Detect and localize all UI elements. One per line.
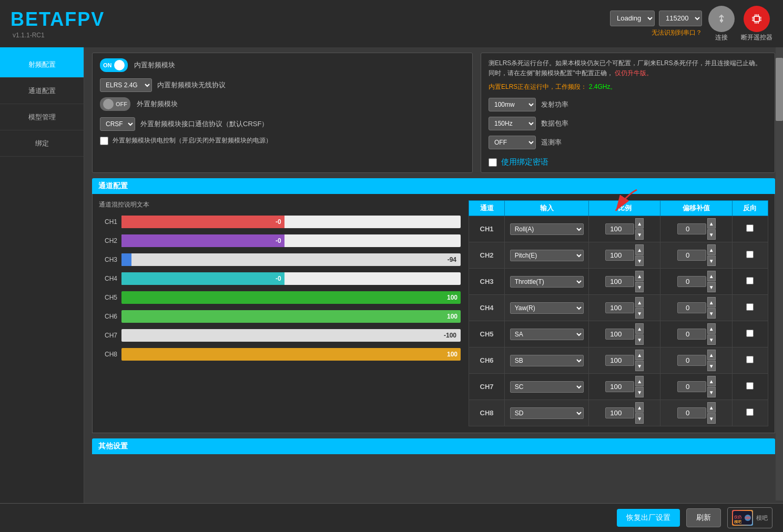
ratio-up-2[interactable]: ▲ (635, 244, 644, 255)
ratio-dn-6[interactable]: ▼ (635, 361, 644, 371)
reverse-checkbox-7[interactable] (746, 382, 754, 390)
offset-up-4[interactable]: ▲ (707, 297, 716, 308)
ratio-dn-2[interactable]: ▼ (635, 255, 644, 266)
sidebar-item-channel-label: 通道配置 (28, 86, 56, 96)
ratio-input-2[interactable] (605, 250, 634, 261)
ratio-up-5[interactable]: ▲ (635, 323, 644, 334)
reverse-checkbox-1[interactable] (746, 224, 754, 232)
offset-dn-2[interactable]: ▼ (707, 255, 716, 266)
outer-protocol-select[interactable]: CRSF SBUS (100, 117, 135, 131)
ratio-dn-1[interactable]: ▼ (635, 229, 644, 240)
ratio-up-6[interactable]: ▲ (635, 350, 644, 360)
input-select-8[interactable]: Roll(A)Pitch(E)Throttle(T)Yaw(R)SASBSCSD… (510, 407, 584, 419)
offset-input-5[interactable] (677, 329, 706, 340)
reverse-checkbox-3[interactable] (746, 277, 754, 284)
restore-factory-button[interactable]: 恢复出厂设置 (617, 509, 680, 527)
telemetry-select[interactable]: OFF 1/2 1/4 1/8 (489, 136, 536, 149)
ratio-up-4[interactable]: ▲ (635, 297, 644, 308)
ratio-up-3[interactable]: ▲ (635, 271, 644, 281)
reverse-checkbox-8[interactable] (746, 408, 754, 416)
offset-input-6[interactable] (677, 355, 706, 366)
table-offset-4: ▲▼ (660, 295, 732, 321)
refresh-button[interactable]: 刷新 (686, 508, 721, 527)
outer-power-checkbox[interactable] (100, 137, 108, 145)
port-warning[interactable]: 无法识别到串口？ (652, 28, 702, 37)
ratio-up-8[interactable]: ▲ (635, 402, 644, 413)
sidebar-item-bind[interactable]: 绑定 (0, 130, 84, 157)
reverse-checkbox-6[interactable] (746, 356, 754, 363)
left-panel: ON 内置射频模块 ELRS 2.4G ELRS 900M 内置射频模块无线协议 (92, 53, 473, 173)
offset-dn-8[interactable]: ▼ (707, 413, 716, 424)
offset-dn-5[interactable]: ▼ (707, 334, 716, 345)
sidebar-item-rf[interactable]: 射频配置 (0, 52, 84, 78)
offset-up-1[interactable]: ▲ (707, 218, 716, 229)
inner-rf-toggle-knob (114, 60, 125, 70)
table-row: CH8Roll(A)Pitch(E)Throttle(T)Yaw(R)SASBS… (469, 400, 768, 426)
offset-up-2[interactable]: ▲ (707, 244, 716, 255)
ch7-bar-row: CH7 -100 (99, 328, 461, 343)
ratio-input-8[interactable] (605, 407, 634, 418)
ratio-dn-8[interactable]: ▼ (635, 413, 644, 424)
offset-up-8[interactable]: ▲ (707, 402, 716, 413)
sidebar-item-channel[interactable]: 通道配置 (0, 78, 84, 104)
table-ratio-6: ▲▼ (589, 347, 660, 374)
ratio-dn-5[interactable]: ▼ (635, 334, 644, 345)
table-ratio-5: ▲▼ (589, 321, 660, 347)
offset-input-2[interactable] (677, 250, 706, 261)
ratio-up-7[interactable]: ▲ (635, 376, 644, 386)
ratio-input-6[interactable] (605, 355, 634, 366)
reverse-checkbox-5[interactable] (746, 330, 754, 337)
input-select-3[interactable]: Roll(A)Pitch(E)Throttle(T)Yaw(R)SASBSCSD… (510, 276, 584, 288)
reverse-checkbox-2[interactable] (746, 251, 754, 258)
offset-input-3[interactable] (677, 276, 706, 287)
connect-button[interactable]: 连接 (708, 6, 735, 42)
offset-dn-7[interactable]: ▼ (707, 387, 716, 397)
bind-code-checkbox[interactable] (489, 158, 497, 167)
baud-select[interactable]: 115200 57600 38400 (659, 11, 702, 26)
offset-input-4[interactable] (677, 302, 706, 313)
input-select-1[interactable]: Roll(A)Pitch(E)Throttle(T)Yaw(R)SASBSCSD… (510, 223, 584, 235)
reverse-checkbox-4[interactable] (746, 303, 754, 311)
offset-up-7[interactable]: ▲ (707, 376, 716, 386)
table-input-3: Roll(A)Pitch(E)Throttle(T)Yaw(R)SASBSCSD… (505, 269, 589, 295)
input-select-4[interactable]: Roll(A)Pitch(E)Throttle(T)Yaw(R)SASBSCSD… (510, 302, 584, 314)
inner-rf-toggle[interactable]: ON (100, 58, 128, 72)
ch8-bar-label: CH8 (99, 351, 117, 358)
disconnect-button[interactable]: 断开遥控器 (741, 6, 772, 42)
port-select[interactable]: Loading COM3 COM4 (610, 11, 655, 26)
offset-dn-1[interactable]: ▼ (707, 229, 716, 240)
offset-input-1[interactable] (677, 223, 706, 234)
scrollbar-thumb[interactable] (776, 58, 783, 121)
ratio-input-1[interactable] (605, 223, 634, 234)
warning-link[interactable]: 仅仍升牛版。 (615, 69, 653, 77)
ratio-input-3[interactable] (605, 276, 634, 287)
ratio-dn-4[interactable]: ▼ (635, 308, 644, 319)
offset-input-7[interactable] (677, 381, 706, 392)
ratio-input-4[interactable] (605, 302, 634, 313)
ratio-input-7[interactable] (605, 381, 634, 392)
offset-dn-3[interactable]: ▼ (707, 282, 716, 292)
community-button[interactable]: 仅仍 模吧 模吧 (727, 507, 772, 528)
input-select-7[interactable]: Roll(A)Pitch(E)Throttle(T)Yaw(R)SASBSCSD… (510, 381, 584, 393)
table-reverse-6 (732, 347, 768, 374)
ratio-dn-7[interactable]: ▼ (635, 387, 644, 397)
input-select-5[interactable]: Roll(A)Pitch(E)Throttle(T)Yaw(R)SASBSCSD… (510, 329, 584, 340)
ch8-bar-row: CH8 100 (99, 347, 461, 362)
offset-up-3[interactable]: ▲ (707, 271, 716, 281)
offset-dn-6[interactable]: ▼ (707, 361, 716, 371)
data-rate-select[interactable]: 150Hz 50Hz 250Hz (489, 117, 536, 130)
ratio-dn-3[interactable]: ▼ (635, 282, 644, 292)
tx-power-select[interactable]: 100mw 25mw 50mw 250mw (489, 98, 536, 111)
offset-up-5[interactable]: ▲ (707, 323, 716, 334)
input-select-6[interactable]: Roll(A)Pitch(E)Throttle(T)Yaw(R)SASBSCSD… (510, 355, 584, 366)
ratio-input-5[interactable] (605, 329, 634, 340)
input-select-2[interactable]: Roll(A)Pitch(E)Throttle(T)Yaw(R)SASBSCSD… (510, 250, 584, 261)
inner-protocol-select[interactable]: ELRS 2.4G ELRS 900M (100, 78, 152, 92)
outer-rf-toggle[interactable]: OFF (100, 97, 130, 111)
offset-input-8[interactable] (677, 407, 706, 418)
offset-dn-4[interactable]: ▼ (707, 308, 716, 319)
offset-up-6[interactable]: ▲ (707, 350, 716, 360)
scrollbar-track[interactable] (776, 47, 783, 500)
ratio-up-1[interactable]: ▲ (635, 218, 644, 229)
sidebar-item-model[interactable]: 模型管理 (0, 104, 84, 130)
